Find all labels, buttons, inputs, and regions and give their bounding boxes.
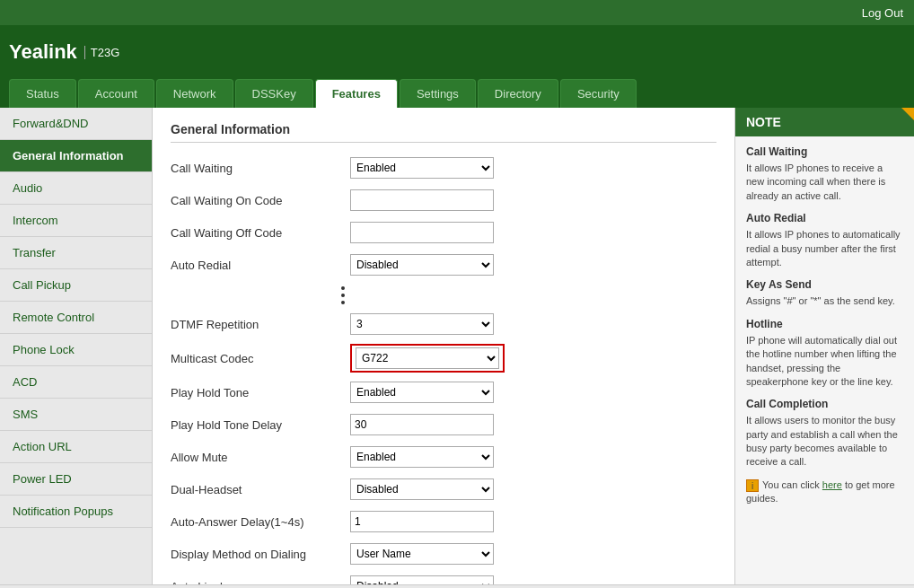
sidebar-item-sms[interactable]: SMS (0, 399, 152, 431)
input-allow-mute[interactable]: EnabledDisabled (350, 446, 494, 468)
input-call-waiting[interactable]: EnabledDisabled (350, 157, 494, 179)
form-row-auto-redial: Auto RedialEnabledDisabled (171, 252, 716, 277)
input-multicast-codec[interactable]: G711aG711uG722G729 (356, 347, 499, 369)
note-section-call-waiting-note: Call WaitingIt allows IP phones to recei… (746, 145, 903, 203)
label-call-waiting-on-code: Call Waiting On Code (171, 194, 350, 207)
nav-tab-dsskey[interactable]: DSSKey (235, 79, 313, 108)
label-auto-answer-delay: Auto-Answer Delay(1~4s) (171, 515, 350, 529)
input-auto-redial[interactable]: EnabledDisabled (350, 254, 494, 276)
nav-tab-account[interactable]: Account (78, 79, 154, 108)
highlighted-wrapper-multicast-codec: G711aG711uG722G729 (350, 344, 505, 373)
nav-tabs: StatusAccountNetworkDSSKeyFeaturesSettin… (0, 79, 914, 108)
note-section-text-call-waiting-note: It allows IP phones to receive a new inc… (746, 162, 903, 203)
form-row-play-hold-tone: Play Hold ToneEnabledDisabled (171, 380, 716, 405)
form-row-multicast-codec: Multicast CodecG711aG711uG722G729 (171, 344, 716, 373)
form-row-call-waiting-off-code: Call Waiting Off Code (171, 220, 716, 245)
dots-separator (341, 285, 716, 306)
nav-tab-security[interactable]: Security (560, 79, 637, 108)
label-play-hold-tone: Play Hold Tone (171, 386, 350, 399)
bottom-bar: Confirm Cancel (0, 584, 914, 588)
label-play-hold-tone-delay: Play Hold Tone Delay (171, 418, 350, 432)
logout-link[interactable]: Log Out (862, 6, 903, 20)
note-content: Call WaitingIt allows IP phones to recei… (735, 136, 914, 581)
input-call-waiting-off-code[interactable] (350, 222, 494, 243)
sidebar: Forward&DNDGeneral InformationAudioInter… (0, 108, 153, 584)
form-row-dual-headset: Dual-HeadsetEnabledDisabled (171, 477, 716, 502)
form-row-auto-linekeys: Auto LinekeysEnabledDisabled (171, 574, 716, 584)
sidebar-item-audio[interactable]: Audio (0, 172, 152, 205)
note-section-title-auto-redial-note: Auto Redial (746, 212, 903, 224)
input-auto-answer-delay[interactable] (350, 511, 494, 532)
note-section-title-call-waiting-note: Call Waiting (746, 145, 903, 158)
input-call-waiting-on-code[interactable] (350, 189, 494, 211)
label-display-method: Display Method on Dialing (171, 548, 350, 561)
form-row-auto-answer-delay: Auto-Answer Delay(1~4s) (171, 509, 716, 534)
note-title: NOTE (746, 115, 781, 129)
sidebar-item-intercom[interactable]: Intercom (0, 205, 152, 237)
note-section-text-guides-note: iYou can click here to get more guides. (746, 478, 903, 506)
note-section-auto-redial-note: Auto RedialIt allows IP phones to automa… (746, 212, 903, 269)
note-section-title-call-completion-note: Call Completion (746, 398, 903, 410)
note-section-title-key-as-send-note: Key As Send (746, 278, 903, 291)
sidebar-item-general-information[interactable]: General Information (0, 140, 152, 172)
label-dual-headset: Dual-Headset (171, 483, 350, 496)
label-auto-redial: Auto Redial (171, 259, 350, 272)
sidebar-item-remote-control[interactable]: Remote Control (0, 302, 152, 334)
form-row-dtmf-repetition: DTMF Repetition12345 (171, 312, 716, 337)
note-panel: NOTE Call WaitingIt allows IP phones to … (734, 108, 914, 584)
note-section-call-completion-note: Call CompletionIt allows users to monito… (746, 398, 903, 470)
sidebar-item-notification-popups[interactable]: Notification Popups (0, 496, 152, 528)
input-play-hold-tone[interactable]: EnabledDisabled (350, 382, 494, 403)
label-multicast-codec: Multicast Codec (171, 352, 350, 365)
header: Yealink T23G (0, 25, 914, 79)
section-title: General Information (171, 122, 716, 143)
note-section-text-key-as-send-note: Assigns "#" or "*" as the send key. (746, 294, 903, 308)
logo: Yealink T23G (9, 40, 119, 64)
nav-tab-features[interactable]: Features (315, 79, 398, 108)
label-allow-mute: Allow Mute (171, 451, 350, 464)
label-call-waiting: Call Waiting (171, 162, 350, 175)
sidebar-item-action-url[interactable]: Action URL (0, 431, 152, 463)
note-header: NOTE (735, 108, 914, 136)
form-row-allow-mute: Allow MuteEnabledDisabled (171, 444, 716, 470)
sidebar-item-transfer[interactable]: Transfer (0, 237, 152, 269)
form-row-call-waiting-on-code: Call Waiting On Code (171, 188, 716, 213)
label-auto-linekeys: Auto Linekeys (171, 580, 350, 585)
nav-tab-directory[interactable]: Directory (478, 79, 558, 108)
main-layout: Forward&DNDGeneral InformationAudioInter… (0, 108, 914, 584)
note-section-key-as-send-note: Key As SendAssigns "#" or "*" as the sen… (746, 278, 903, 308)
brand-name: Yealink (9, 40, 77, 64)
input-display-method[interactable]: User NamePhone Number (350, 543, 494, 565)
sidebar-item-power-led[interactable]: Power LED (0, 463, 152, 496)
form-container: Call WaitingEnabledDisabledCall Waiting … (171, 155, 716, 584)
label-dtmf-repetition: DTMF Repetition (171, 318, 350, 331)
model-name: T23G (84, 46, 120, 59)
input-auto-linekeys[interactable]: EnabledDisabled (350, 575, 494, 584)
note-section-title-hotline-note: Hotline (746, 318, 903, 330)
label-call-waiting-off-code: Call Waiting Off Code (171, 226, 350, 240)
nav-tab-status[interactable]: Status (9, 79, 76, 108)
note-section-hotline-note: HotlineIP phone will automatically dial … (746, 318, 903, 390)
guide-link[interactable]: here (822, 479, 842, 490)
form-row-call-waiting: Call WaitingEnabledDisabled (171, 155, 716, 180)
form-row-display-method: Display Method on DialingUser NamePhone … (171, 541, 716, 566)
input-dual-headset[interactable]: EnabledDisabled (350, 478, 494, 500)
top-bar: Log Out (0, 0, 914, 25)
sidebar-item-acd[interactable]: ACD (0, 366, 152, 399)
sidebar-item-phone-lock[interactable]: Phone Lock (0, 334, 152, 366)
content-area: General Information Call WaitingEnabledD… (153, 108, 734, 584)
input-dtmf-repetition[interactable]: 12345 (350, 313, 494, 335)
sidebar-item-call-pickup[interactable]: Call Pickup (0, 269, 152, 302)
sidebar-item-forward-dnd[interactable]: Forward&DND (0, 108, 152, 140)
note-section-text-hotline-note: IP phone will automatically dial out the… (746, 334, 903, 390)
nav-tab-network[interactable]: Network (156, 79, 233, 108)
nav-tab-settings[interactable]: Settings (400, 79, 476, 108)
form-row-play-hold-tone-delay: Play Hold Tone Delay (171, 412, 716, 437)
note-section-guides-note: iYou can click here to get more guides. (746, 478, 903, 506)
note-section-text-auto-redial-note: It allows IP phones to automatically red… (746, 228, 903, 269)
note-section-text-call-completion-note: It allows users to monitor the busy part… (746, 414, 903, 470)
input-play-hold-tone-delay[interactable] (350, 414, 494, 435)
note-guide-icon: i (746, 479, 759, 492)
